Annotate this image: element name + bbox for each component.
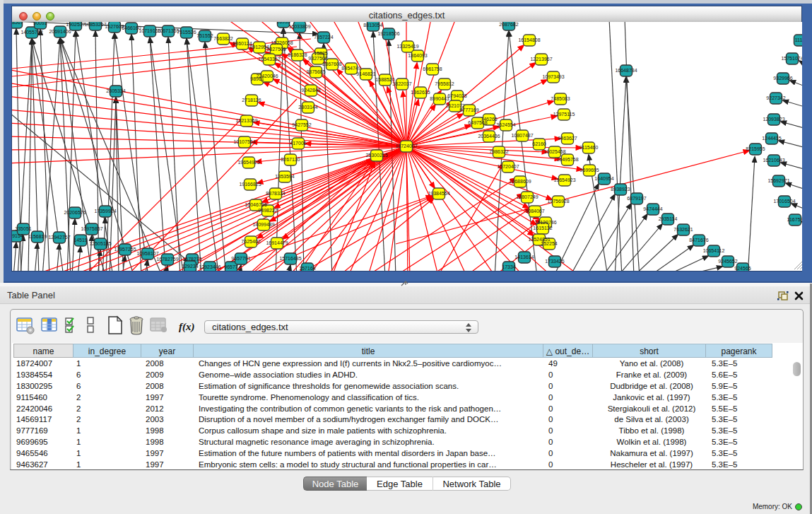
svg-text:335051: 335051: [15, 226, 31, 231]
svg-text:16154808: 16154808: [518, 37, 540, 42]
svg-text:17359924: 17359924: [94, 209, 116, 214]
svg-text:16648784: 16648784: [615, 68, 637, 73]
svg-text:15885: 15885: [314, 51, 328, 56]
svg-text:116753: 116753: [787, 217, 802, 222]
svg-text:8267130: 8267130: [281, 157, 300, 162]
svg-text:3624554: 3624554: [496, 122, 515, 127]
svg-text:22420046: 22420046: [256, 74, 278, 78]
svg-text:10025458: 10025458: [543, 149, 565, 154]
svg-text:16033809: 16033809: [288, 24, 310, 29]
svg-text:1640954: 1640954: [594, 176, 613, 181]
svg-text:1733426: 1733426: [545, 259, 564, 264]
svg-text:1112: 1112: [795, 37, 802, 42]
svg-text:10654112: 10654112: [703, 248, 725, 253]
svg-text:2935114: 2935114: [659, 216, 678, 221]
svg-text:12213967: 12213967: [530, 57, 552, 62]
svg-text:9242848: 9242848: [301, 88, 320, 93]
svg-text:10688609: 10688609: [509, 179, 531, 184]
svg-text:15751074: 15751074: [781, 56, 802, 61]
svg-text:8186328: 8186328: [288, 52, 307, 57]
svg-text:16914479: 16914479: [266, 240, 288, 245]
svg-text:8938923: 8938923: [611, 187, 630, 192]
svg-text:9327508: 9327508: [308, 56, 327, 61]
svg-text:1615132: 1615132: [533, 226, 552, 230]
svg-text:10973493: 10973493: [542, 74, 564, 79]
svg-text:14055712: 14055712: [20, 30, 42, 35]
svg-text:62160: 62160: [532, 141, 546, 146]
svg-text:90091: 90091: [33, 22, 47, 25]
svg-text:1244415: 1244415: [762, 136, 781, 141]
svg-text:f(x): f(x): [179, 321, 195, 333]
svg-text:16210643: 16210643: [763, 158, 784, 163]
svg-text:10671355: 10671355: [157, 28, 179, 33]
svg-text:19654925: 19654925: [237, 160, 259, 165]
svg-text:20364436: 20364436: [478, 134, 500, 139]
svg-text:8471676: 8471676: [689, 238, 708, 243]
svg-text:7986322: 7986322: [489, 149, 508, 154]
svg-text:13325419: 13325419: [396, 44, 418, 49]
svg-text:10958107: 10958107: [136, 251, 158, 256]
svg-text:12505185: 12505185: [89, 241, 111, 246]
svg-text:12923446: 12923446: [199, 264, 220, 269]
svg-text:9146821: 9146821: [356, 71, 375, 76]
svg-text:157164: 157164: [299, 266, 315, 271]
svg-text:7515526: 7515526: [177, 30, 196, 35]
svg-text:20206576: 20206576: [64, 210, 86, 215]
svg-text:19654923: 19654923: [553, 177, 575, 182]
svg-text:1353594: 1353594: [275, 174, 294, 179]
svg-text:7625402: 7625402: [241, 239, 260, 244]
svg-text:96577: 96577: [224, 264, 238, 269]
svg-text:10975857: 10975857: [81, 226, 102, 231]
svg-text:12213369: 12213369: [235, 118, 257, 123]
svg-text:16543362: 16543362: [258, 57, 280, 62]
svg-text:9329966: 9329966: [773, 76, 792, 81]
svg-text:9463627: 9463627: [558, 136, 577, 141]
svg-text:1678275: 1678275: [182, 257, 201, 262]
svg-text:1902537: 1902537: [66, 22, 85, 27]
svg-text:25300215: 25300215: [365, 153, 387, 158]
svg-text:746266: 746266: [481, 117, 497, 122]
svg-text:252254: 252254: [541, 241, 557, 246]
svg-text:10046736: 10046736: [245, 202, 266, 207]
svg-text:12093823: 12093823: [763, 117, 784, 122]
svg-text:7955812: 7955812: [435, 81, 454, 86]
svg-text:12975115: 12975115: [553, 112, 575, 117]
svg-text:9427552: 9427552: [292, 122, 311, 127]
svg-text:19166825: 19166825: [239, 182, 261, 187]
svg-text:6961758: 6961758: [423, 66, 442, 71]
svg-text:9699695: 9699695: [579, 168, 599, 173]
svg-text:6794028: 6794028: [447, 93, 466, 98]
svg-text:3822037: 3822037: [392, 81, 411, 86]
svg-text:8878334: 8878334: [266, 191, 285, 196]
svg-text:8813054: 8813054: [363, 23, 382, 28]
svg-text:9227342: 9227342: [766, 95, 785, 100]
svg-text:9245652: 9245652: [718, 259, 737, 264]
svg-text:1413614: 1413614: [514, 255, 534, 259]
svg-text:8990443: 8990443: [430, 96, 449, 101]
svg-text:417006: 417006: [290, 141, 306, 146]
svg-text:14519: 14519: [73, 238, 88, 243]
svg-text:924565: 924565: [734, 266, 751, 271]
svg-text:16495758: 16495758: [556, 157, 578, 162]
svg-text:18567: 18567: [12, 22, 23, 25]
svg-text:129234: 129234: [182, 264, 198, 269]
svg-text:1864093: 1864093: [408, 53, 427, 58]
svg-text:10107554: 10107554: [233, 139, 255, 144]
svg-text:15692971: 15692971: [767, 178, 789, 183]
svg-text:19218506: 19218506: [377, 31, 399, 36]
svg-text:10807487: 10807487: [511, 133, 533, 138]
svg-text:16120746: 16120746: [534, 220, 556, 225]
svg-text:8454749: 8454749: [341, 66, 360, 71]
svg-text:7485083: 7485083: [551, 96, 570, 101]
svg-text:7632621: 7632621: [673, 227, 693, 232]
svg-text:18724007: 18724007: [395, 144, 417, 148]
svg-text:20691406: 20691406: [49, 29, 71, 34]
svg-text:2087682: 2087682: [499, 22, 518, 27]
svg-text:15720407: 15720407: [497, 164, 519, 169]
svg-text:2867608: 2867608: [322, 62, 341, 66]
svg-text:7663822: 7663822: [213, 36, 233, 41]
svg-text:14099489: 14099489: [252, 222, 274, 227]
svg-text:9777169: 9777169: [459, 107, 478, 112]
svg-text:15226058: 15226058: [271, 40, 293, 45]
svg-text:9657791: 9657791: [231, 256, 250, 261]
